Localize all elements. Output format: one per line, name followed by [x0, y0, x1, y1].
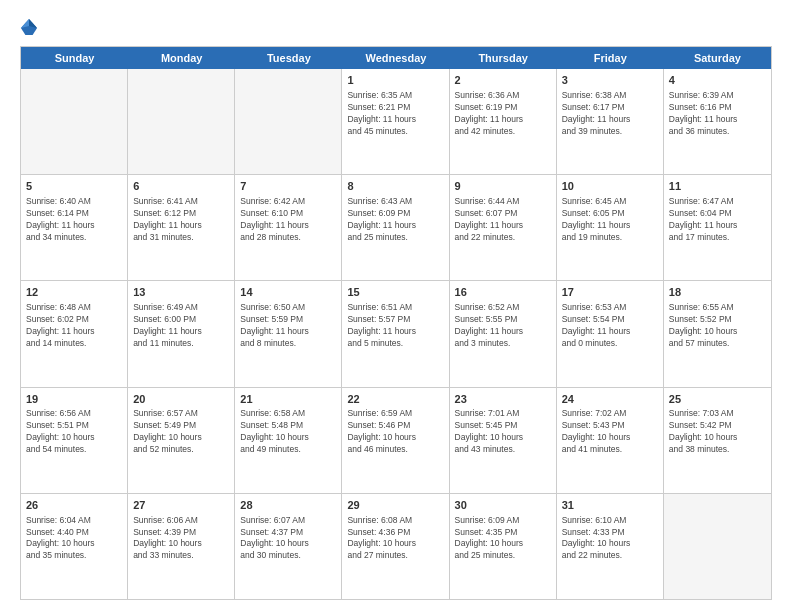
calendar-day-30: 30Sunrise: 6:09 AMSunset: 4:35 PMDayligh…: [450, 494, 557, 599]
day-number: 28: [240, 498, 336, 513]
calendar-day-7: 7Sunrise: 6:42 AMSunset: 6:10 PMDaylight…: [235, 175, 342, 280]
day-info: Sunrise: 7:02 AMSunset: 5:43 PMDaylight:…: [562, 408, 658, 456]
calendar-day-28: 28Sunrise: 6:07 AMSunset: 4:37 PMDayligh…: [235, 494, 342, 599]
day-number: 13: [133, 285, 229, 300]
calendar-day-19: 19Sunrise: 6:56 AMSunset: 5:51 PMDayligh…: [21, 388, 128, 493]
calendar-day-10: 10Sunrise: 6:45 AMSunset: 6:05 PMDayligh…: [557, 175, 664, 280]
calendar-day-15: 15Sunrise: 6:51 AMSunset: 5:57 PMDayligh…: [342, 281, 449, 386]
day-number: 20: [133, 392, 229, 407]
day-info: Sunrise: 6:58 AMSunset: 5:48 PMDaylight:…: [240, 408, 336, 456]
day-info: Sunrise: 6:42 AMSunset: 6:10 PMDaylight:…: [240, 196, 336, 244]
day-number: 30: [455, 498, 551, 513]
calendar-day-17: 17Sunrise: 6:53 AMSunset: 5:54 PMDayligh…: [557, 281, 664, 386]
calendar-body: 1Sunrise: 6:35 AMSunset: 6:21 PMDaylight…: [21, 69, 771, 599]
day-number: 9: [455, 179, 551, 194]
day-number: 21: [240, 392, 336, 407]
day-number: 23: [455, 392, 551, 407]
calendar-day-24: 24Sunrise: 7:02 AMSunset: 5:43 PMDayligh…: [557, 388, 664, 493]
calendar-week-2: 5Sunrise: 6:40 AMSunset: 6:14 PMDaylight…: [21, 175, 771, 281]
header-day-monday: Monday: [128, 47, 235, 69]
day-info: Sunrise: 6:35 AMSunset: 6:21 PMDaylight:…: [347, 90, 443, 138]
calendar-day-3: 3Sunrise: 6:38 AMSunset: 6:17 PMDaylight…: [557, 69, 664, 174]
day-info: Sunrise: 6:44 AMSunset: 6:07 PMDaylight:…: [455, 196, 551, 244]
calendar-day-6: 6Sunrise: 6:41 AMSunset: 6:12 PMDaylight…: [128, 175, 235, 280]
calendar-day-1: 1Sunrise: 6:35 AMSunset: 6:21 PMDaylight…: [342, 69, 449, 174]
day-info: Sunrise: 6:04 AMSunset: 4:40 PMDaylight:…: [26, 515, 122, 563]
day-info: Sunrise: 6:56 AMSunset: 5:51 PMDaylight:…: [26, 408, 122, 456]
calendar-empty-cell: [664, 494, 771, 599]
calendar-page: SundayMondayTuesdayWednesdayThursdayFrid…: [0, 0, 792, 612]
calendar-day-9: 9Sunrise: 6:44 AMSunset: 6:07 PMDaylight…: [450, 175, 557, 280]
day-info: Sunrise: 6:07 AMSunset: 4:37 PMDaylight:…: [240, 515, 336, 563]
day-number: 25: [669, 392, 766, 407]
calendar-day-26: 26Sunrise: 6:04 AMSunset: 4:40 PMDayligh…: [21, 494, 128, 599]
calendar-day-27: 27Sunrise: 6:06 AMSunset: 4:39 PMDayligh…: [128, 494, 235, 599]
day-info: Sunrise: 6:36 AMSunset: 6:19 PMDaylight:…: [455, 90, 551, 138]
day-number: 2: [455, 73, 551, 88]
day-number: 17: [562, 285, 658, 300]
calendar-day-29: 29Sunrise: 6:08 AMSunset: 4:36 PMDayligh…: [342, 494, 449, 599]
day-info: Sunrise: 6:50 AMSunset: 5:59 PMDaylight:…: [240, 302, 336, 350]
calendar-header: SundayMondayTuesdayWednesdayThursdayFrid…: [21, 47, 771, 69]
calendar-day-8: 8Sunrise: 6:43 AMSunset: 6:09 PMDaylight…: [342, 175, 449, 280]
calendar-day-12: 12Sunrise: 6:48 AMSunset: 6:02 PMDayligh…: [21, 281, 128, 386]
day-info: Sunrise: 6:09 AMSunset: 4:35 PMDaylight:…: [455, 515, 551, 563]
day-info: Sunrise: 6:39 AMSunset: 6:16 PMDaylight:…: [669, 90, 766, 138]
day-number: 19: [26, 392, 122, 407]
calendar-day-16: 16Sunrise: 6:52 AMSunset: 5:55 PMDayligh…: [450, 281, 557, 386]
day-info: Sunrise: 6:08 AMSunset: 4:36 PMDaylight:…: [347, 515, 443, 563]
day-number: 12: [26, 285, 122, 300]
day-number: 31: [562, 498, 658, 513]
day-info: Sunrise: 6:59 AMSunset: 5:46 PMDaylight:…: [347, 408, 443, 456]
day-number: 29: [347, 498, 443, 513]
page-header: [20, 18, 772, 36]
day-info: Sunrise: 6:38 AMSunset: 6:17 PMDaylight:…: [562, 90, 658, 138]
day-number: 7: [240, 179, 336, 194]
calendar-empty-cell: [21, 69, 128, 174]
header-day-tuesday: Tuesday: [235, 47, 342, 69]
calendar-empty-cell: [128, 69, 235, 174]
day-number: 4: [669, 73, 766, 88]
calendar-day-25: 25Sunrise: 7:03 AMSunset: 5:42 PMDayligh…: [664, 388, 771, 493]
calendar-day-23: 23Sunrise: 7:01 AMSunset: 5:45 PMDayligh…: [450, 388, 557, 493]
day-number: 3: [562, 73, 658, 88]
calendar-day-22: 22Sunrise: 6:59 AMSunset: 5:46 PMDayligh…: [342, 388, 449, 493]
day-number: 26: [26, 498, 122, 513]
calendar-day-21: 21Sunrise: 6:58 AMSunset: 5:48 PMDayligh…: [235, 388, 342, 493]
calendar-day-11: 11Sunrise: 6:47 AMSunset: 6:04 PMDayligh…: [664, 175, 771, 280]
day-number: 16: [455, 285, 551, 300]
header-day-friday: Friday: [557, 47, 664, 69]
day-info: Sunrise: 6:06 AMSunset: 4:39 PMDaylight:…: [133, 515, 229, 563]
day-info: Sunrise: 6:47 AMSunset: 6:04 PMDaylight:…: [669, 196, 766, 244]
day-number: 5: [26, 179, 122, 194]
calendar-week-4: 19Sunrise: 6:56 AMSunset: 5:51 PMDayligh…: [21, 388, 771, 494]
calendar-day-18: 18Sunrise: 6:55 AMSunset: 5:52 PMDayligh…: [664, 281, 771, 386]
logo: [20, 18, 40, 36]
day-info: Sunrise: 6:51 AMSunset: 5:57 PMDaylight:…: [347, 302, 443, 350]
day-info: Sunrise: 6:43 AMSunset: 6:09 PMDaylight:…: [347, 196, 443, 244]
day-number: 15: [347, 285, 443, 300]
day-number: 6: [133, 179, 229, 194]
day-info: Sunrise: 6:10 AMSunset: 4:33 PMDaylight:…: [562, 515, 658, 563]
day-number: 27: [133, 498, 229, 513]
day-info: Sunrise: 7:03 AMSunset: 5:42 PMDaylight:…: [669, 408, 766, 456]
day-number: 24: [562, 392, 658, 407]
day-number: 18: [669, 285, 766, 300]
logo-icon: [20, 18, 38, 36]
calendar-day-14: 14Sunrise: 6:50 AMSunset: 5:59 PMDayligh…: [235, 281, 342, 386]
calendar-empty-cell: [235, 69, 342, 174]
day-number: 11: [669, 179, 766, 194]
header-day-thursday: Thursday: [450, 47, 557, 69]
day-info: Sunrise: 6:57 AMSunset: 5:49 PMDaylight:…: [133, 408, 229, 456]
day-number: 10: [562, 179, 658, 194]
day-number: 14: [240, 285, 336, 300]
day-info: Sunrise: 7:01 AMSunset: 5:45 PMDaylight:…: [455, 408, 551, 456]
calendar-day-20: 20Sunrise: 6:57 AMSunset: 5:49 PMDayligh…: [128, 388, 235, 493]
calendar-day-31: 31Sunrise: 6:10 AMSunset: 4:33 PMDayligh…: [557, 494, 664, 599]
day-info: Sunrise: 6:53 AMSunset: 5:54 PMDaylight:…: [562, 302, 658, 350]
day-number: 1: [347, 73, 443, 88]
header-day-sunday: Sunday: [21, 47, 128, 69]
calendar-week-1: 1Sunrise: 6:35 AMSunset: 6:21 PMDaylight…: [21, 69, 771, 175]
day-number: 22: [347, 392, 443, 407]
header-day-wednesday: Wednesday: [342, 47, 449, 69]
